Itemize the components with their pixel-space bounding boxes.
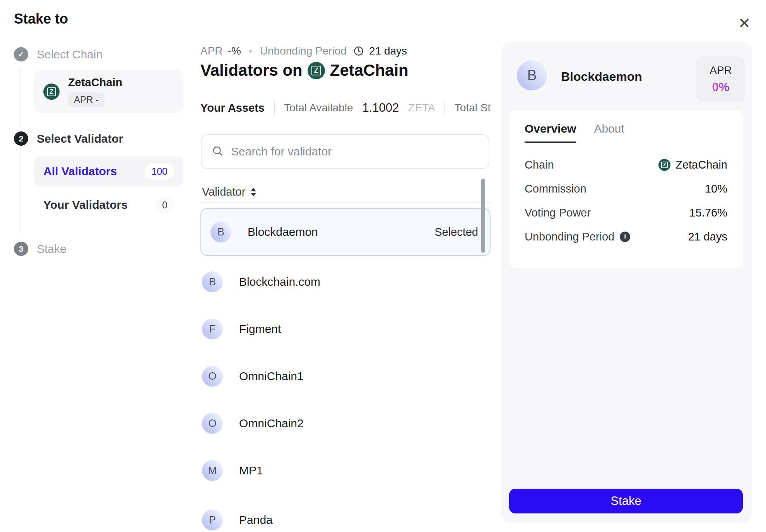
validator-name: OmniChain2 (239, 417, 304, 430)
unbonding-value: 21 days (369, 45, 407, 57)
unbonding-label: Unbonding Period (260, 45, 347, 57)
divider (200, 202, 491, 203)
validator-row[interactable]: M MP1 (202, 460, 490, 481)
section-title-chain: ZetaChain (330, 61, 409, 80)
validator-row[interactable]: O OmniChain1 (202, 366, 490, 387)
stepper: ✓ Select Chain Z ZetaChain APR - 2 Selec… (14, 0, 184, 278)
tab-about[interactable]: About (594, 122, 624, 143)
total-available-unit: ZETA (408, 102, 435, 114)
zetachain-logo-icon: Z (43, 84, 60, 100)
validator-row-selected[interactable]: B Blockdaemon Selected (200, 208, 491, 256)
avatar: B (202, 271, 223, 292)
row-label: Voting Power (525, 206, 591, 220)
search-icon (212, 145, 223, 158)
filter-all-validators[interactable]: All Validators 100 (34, 156, 183, 186)
avatar: O (202, 413, 223, 434)
detail-row-voting-power: Voting Power 15.76% (525, 206, 727, 220)
validator-row[interactable]: B Blockchain.com (202, 271, 490, 292)
scrollbar[interactable] (481, 179, 485, 253)
count-badge: 0 (156, 197, 174, 213)
validator-search[interactable] (201, 134, 489, 169)
avatar: F (202, 319, 223, 339)
count-badge: 100 (145, 163, 174, 180)
total-available-label: Total Available (284, 102, 353, 114)
validator-name: Figment (239, 322, 281, 336)
selected-chain-card[interactable]: Z ZetaChain APR - (34, 70, 183, 113)
close-button[interactable]: ✕ (734, 12, 755, 34)
dot-separator (249, 50, 252, 53)
filter-your-validators[interactable]: Your Validators 0 (34, 193, 183, 217)
selected-badge: Selected (434, 226, 478, 239)
step-label: Select Validator (37, 132, 123, 145)
validator-row[interactable]: P Panda (202, 510, 490, 530)
avatar: B (210, 222, 231, 242)
stake-modal: Stake to ✕ ✓ Select Chain Z ZetaChain AP… (0, 0, 766, 532)
row-value: ZetaChain (675, 158, 727, 172)
validator-name: Blockdaemon (248, 225, 318, 239)
detail-card: Overview About Chain Z ZetaChain Commiss… (509, 111, 743, 268)
detail-row-unbonding: Unbonding Period i 21 days (525, 230, 727, 244)
detail-row-commission: Commission 10% (525, 182, 727, 196)
zetachain-logo-icon: Z (658, 159, 670, 171)
close-icon: ✕ (738, 15, 751, 31)
step-stake: 3 Stake (14, 242, 67, 256)
stake-button[interactable]: Stake (509, 489, 743, 513)
validator-list-section: APR -% Unbonding Period 21 days Validato… (200, 0, 491, 532)
filter-label: All Validators (43, 165, 117, 178)
your-assets-label: Your Assets (200, 102, 265, 114)
chain-name: ZetaChain (68, 76, 122, 89)
chain-apr-chip: APR - (68, 92, 104, 107)
search-input[interactable] (230, 145, 479, 159)
step-connector (21, 67, 21, 128)
total-available-value: 1.1002 (362, 101, 399, 115)
detail-row-chain: Chain Z ZetaChain (525, 158, 727, 172)
section-title: Validators on Z ZetaChain (200, 61, 409, 80)
validator-name: OmniChain1 (239, 370, 304, 383)
divider (445, 101, 445, 115)
info-icon[interactable]: i (620, 232, 630, 242)
apr-label: APR (710, 64, 732, 77)
validator-name: MP1 (239, 464, 263, 477)
step-select-chain: ✓ Select Chain (14, 47, 103, 61)
row-value: 15.76% (689, 206, 727, 220)
row-label: Chain (525, 158, 554, 172)
filter-label: Your Validators (43, 198, 128, 211)
step-number: 3 (14, 242, 28, 256)
row-label: Unbonding Period (525, 230, 614, 244)
step-select-validator: 2 Select Validator (14, 131, 123, 146)
avatar: P (202, 510, 223, 530)
avatar: O (202, 366, 223, 387)
row-value: 21 days (688, 230, 727, 244)
step-number: 2 (14, 131, 28, 146)
clock-icon (353, 46, 364, 56)
chain-meta-row: APR -% Unbonding Period 21 days (200, 45, 407, 57)
step-label: Select Chain (37, 48, 103, 61)
validator-name: Panda (239, 513, 273, 527)
row-label: Commission (525, 182, 586, 196)
zetachain-logo-icon: Z (308, 62, 325, 79)
step-label: Stake (37, 242, 67, 256)
divider (274, 101, 275, 115)
avatar: B (517, 60, 547, 90)
validator-name: Blockchain.com (239, 275, 320, 288)
avatar: M (202, 460, 223, 481)
sort-icon (251, 188, 256, 196)
step-connector (21, 152, 21, 233)
apr-label: APR (200, 45, 223, 57)
validator-row[interactable]: F Figment (202, 319, 490, 339)
check-icon: ✓ (14, 47, 28, 61)
row-value: 10% (705, 182, 727, 196)
validator-column-header[interactable]: Validator (202, 186, 256, 198)
apr-card: APR 0% (696, 56, 745, 102)
apr-value: -% (228, 45, 241, 57)
assets-summary-row: Your Assets Total Available 1.1002 ZETA … (200, 101, 491, 115)
validator-detail-name: Blockdaemon (561, 70, 642, 84)
detail-tabs: Overview About (525, 122, 727, 143)
apr-value: 0% (712, 80, 730, 94)
tab-overview[interactable]: Overview (525, 122, 576, 143)
validator-row[interactable]: O OmniChain2 (202, 413, 490, 434)
total-staked-label: Total Stak (455, 102, 491, 114)
validator-detail-panel: B Blockdaemon APR 0% Overview About Chai… (501, 42, 752, 523)
